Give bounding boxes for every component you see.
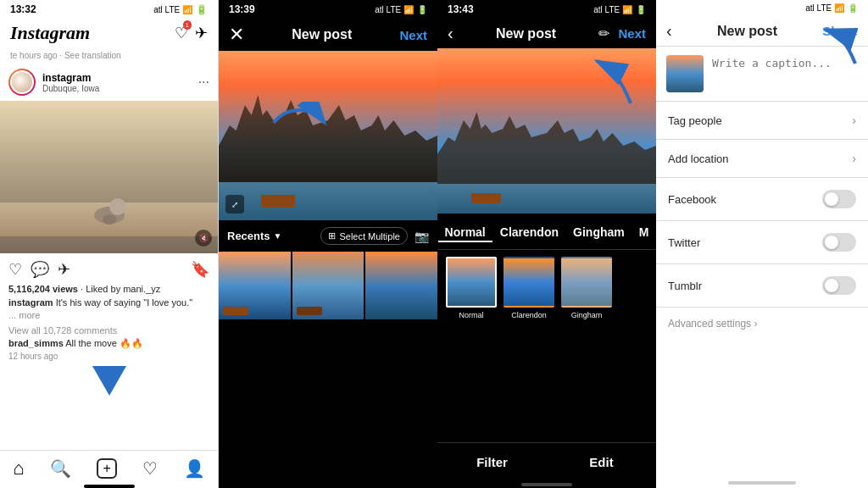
feed-bottom-arrow-area <box>0 363 218 399</box>
picker-status-bar: 13:39 atl LTE 📶 🔋 <box>219 0 437 19</box>
messenger-icon[interactable]: ✈ <box>195 24 208 42</box>
recents-chevron-icon: ▼ <box>274 231 282 241</box>
filter-thumb-clarendon[interactable]: Clarendon <box>504 257 554 319</box>
battery-icon: 🔋 <box>196 4 208 15</box>
feed-views: 5,116,204 views · Liked by mani._yz <box>0 282 218 296</box>
nav-home-icon[interactable]: ⌂ <box>13 458 24 480</box>
share-title: New post <box>717 24 777 39</box>
feed-translation-bar: te hours ago · See translation <box>0 49 218 64</box>
picker-close-button[interactable]: ✕ <box>229 24 244 46</box>
like-icon[interactable]: ♡ <box>8 260 22 279</box>
feed-status-icons: atl LTE 📶 🔋 <box>153 4 208 15</box>
feed-caption: instagram It's his way of saying "I love… <box>0 296 218 324</box>
panel-share: atl LTE 📶 🔋 ‹ New post Share Tag people … <box>656 0 868 488</box>
filter-image-area <box>437 48 656 214</box>
share-facebook-toggle[interactable] <box>822 190 856 208</box>
picker-thumb-1[interactable] <box>219 252 291 319</box>
filter-next-button[interactable]: Next <box>618 26 646 41</box>
filter-thumb-clarendon-img <box>504 257 554 308</box>
filter-tab-clarendon[interactable]: Clarendon <box>493 222 565 242</box>
feed-post-username: instagram <box>42 72 99 84</box>
filter-thumb-gingham-label: Gingham <box>571 311 603 319</box>
share-battery-level: 🔋 <box>848 3 858 13</box>
picker-recents-dropdown[interactable]: Recents ▼ <box>227 230 281 242</box>
picker-expand-icon[interactable]: ⤢ <box>225 195 244 214</box>
picker-thumb-3[interactable] <box>365 252 437 319</box>
feed-avatar-inner <box>10 70 34 94</box>
bookmark-icon[interactable]: 🔖 <box>191 260 209 279</box>
comment-icon[interactable]: 💬 <box>31 260 49 279</box>
filter-edit-icon[interactable]: ✏ <box>598 25 609 42</box>
share-add-location-right: › <box>852 152 856 165</box>
filter-signal-icon: atl LTE 📶 <box>593 5 632 14</box>
filter-tab-normal[interactable]: Normal <box>438 222 492 242</box>
filter-home-indicator <box>521 483 572 486</box>
share-advanced-settings[interactable]: Advanced settings › <box>656 308 868 340</box>
share-tumblr-row: Tumblr <box>656 264 868 308</box>
share-twitter-label: Twitter <box>668 236 700 249</box>
feed-post-user: instagram Dubuque, Iowa <box>8 69 99 96</box>
picker-thumb-2[interactable] <box>292 252 364 319</box>
share-tag-people-row[interactable]: Tag people › <box>656 102 868 140</box>
nav-search-icon[interactable]: 🔍 <box>50 458 71 479</box>
share-action-icon[interactable]: ✈ <box>58 260 70 279</box>
share-signal-icon: atl LTE 📶 <box>805 3 844 13</box>
feed-post-more-icon[interactable]: ··· <box>198 75 209 90</box>
home-indicator <box>84 485 135 488</box>
select-multiple-icon: ⊞ <box>328 230 336 241</box>
panel-filter: 13:43 atl LTE 📶 🔋 ‹ New post ✏ Next <box>437 0 656 488</box>
nav-add-button[interactable]: + <box>97 458 117 479</box>
filter-status-bar: 13:43 atl LTE 📶 🔋 <box>437 0 656 19</box>
filter-thumb-gingham[interactable]: Gingham <box>561 257 612 319</box>
filter-back-button[interactable]: ‹ <box>448 24 453 43</box>
filter-thumb-gingham-img <box>561 257 612 308</box>
picker-title: New post <box>292 27 352 42</box>
feed-actions: ♡ 💬 ✈ 🔖 <box>0 253 218 282</box>
filter-bottom-filter-btn[interactable]: Filter <box>437 442 547 481</box>
feed-avatar-img <box>12 72 32 92</box>
picker-thumbnails <box>219 252 437 323</box>
filter-bottom-edit-btn[interactable]: Edit <box>547 442 656 481</box>
filter-thumb-normal[interactable]: Normal <box>446 257 497 319</box>
picker-blue-arrow-svg <box>270 102 329 144</box>
filter-thumb-normal-img <box>446 257 497 308</box>
picker-time: 13:39 <box>229 3 255 15</box>
share-tag-people-label: Tag people <box>668 114 722 127</box>
filter-water <box>437 184 656 214</box>
feed-avatar[interactable] <box>8 69 36 96</box>
filter-boat <box>471 193 501 203</box>
picker-boat <box>261 195 295 208</box>
share-twitter-toggle[interactable] <box>822 233 856 252</box>
fire-emoji: 🔥🔥 <box>120 338 143 348</box>
share-twitter-row: Twitter <box>656 221 868 264</box>
share-tumblr-toggle[interactable] <box>822 276 856 295</box>
heart-nav-icon[interactable]: ♡ 1 <box>175 24 188 42</box>
filter-tab-gingham[interactable]: Gingham <box>566 222 632 242</box>
feed-timestamp: 12 hours ago <box>0 350 218 363</box>
nav-heart-icon[interactable]: ♡ <box>142 458 158 479</box>
filter-tab-m[interactable]: M <box>632 222 656 242</box>
picker-status-icons: atl LTE 📶 🔋 <box>375 5 427 14</box>
filter-bottom-nav: Filter Edit <box>437 442 656 481</box>
share-add-location-label: Add location <box>668 152 729 165</box>
filter-header: ‹ New post ✏ Next <box>437 19 656 48</box>
tag-people-chevron-icon: › <box>852 114 856 127</box>
feed-mute-icon[interactable]: 🔇 <box>195 230 212 247</box>
picker-next-button[interactable]: Next <box>399 28 427 42</box>
instagram-logo: Instagram <box>10 22 90 44</box>
picker-select-multiple-button[interactable]: ⊞ Select Multiple <box>320 227 408 245</box>
picker-camera-icon[interactable]: 📷 <box>415 230 429 243</box>
share-back-button[interactable]: ‹ <box>666 21 672 41</box>
feed-left-actions: ♡ 💬 ✈ <box>8 260 70 279</box>
feed-comments-link[interactable]: View all 10,728 comments <box>0 324 218 337</box>
share-add-location-row[interactable]: Add location › <box>656 140 868 178</box>
share-tag-people-right: › <box>852 114 856 127</box>
signal-icon: atl LTE 📶 <box>153 5 192 14</box>
filter-thumb-clarendon-label: Clarendon <box>511 311 547 319</box>
nav-profile-icon[interactable]: 👤 <box>184 458 205 479</box>
feed-header-icons: ♡ 1 ✈ <box>175 24 208 42</box>
picker-image-area: ⤢ <box>219 51 437 220</box>
picker-battery-icon: 🔋 <box>417 5 427 14</box>
pigeon-svg <box>84 186 135 228</box>
panel-picker: 13:39 atl LTE 📶 🔋 ✕ New post Next ⤢ Rec <box>219 0 437 488</box>
